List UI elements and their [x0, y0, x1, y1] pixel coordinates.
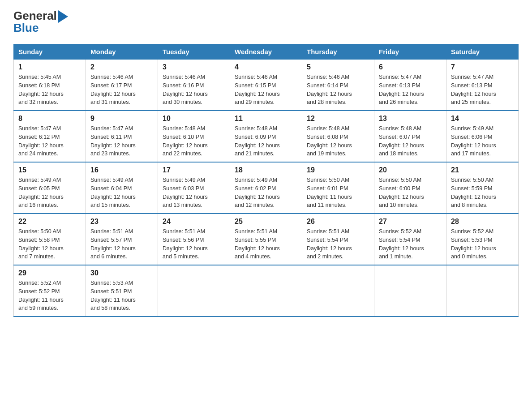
calendar-cell — [374, 265, 446, 317]
day-info: Sunrise: 5:49 AMSunset: 6:03 PMDaylight:… — [163, 177, 208, 208]
calendar-cell: 1 Sunrise: 5:45 AMSunset: 6:18 PMDayligh… — [14, 60, 86, 111]
day-info: Sunrise: 5:48 AMSunset: 6:08 PMDaylight:… — [307, 125, 352, 157]
day-number: 3 — [163, 63, 225, 71]
day-info: Sunrise: 5:50 AMSunset: 5:58 PMDaylight:… — [18, 228, 64, 260]
week-row-2: 8 Sunrise: 5:47 AMSunset: 6:12 PMDayligh… — [14, 111, 519, 162]
logo-blue-b: B — [13, 21, 22, 35]
day-number: 4 — [235, 63, 297, 71]
header-sunday: Sunday — [14, 44, 86, 60]
calendar-cell: 17 Sunrise: 5:49 AMSunset: 6:03 PMDaylig… — [158, 162, 230, 214]
calendar-cell: 27 Sunrise: 5:52 AMSunset: 5:54 PMDaylig… — [374, 214, 446, 265]
day-number: 12 — [307, 115, 369, 123]
day-number: 26 — [307, 218, 369, 226]
day-info: Sunrise: 5:49 AMSunset: 6:04 PMDaylight:… — [90, 177, 136, 208]
logo-blue-rest: lue — [22, 21, 39, 35]
calendar-cell: 13 Sunrise: 5:48 AMSunset: 6:07 PMDaylig… — [374, 111, 446, 162]
calendar-header-row: SundayMondayTuesdayWednesdayThursdayFrid… — [14, 44, 519, 60]
svg-marker-0 — [58, 10, 68, 23]
week-row-4: 22 Sunrise: 5:50 AMSunset: 5:58 PMDaylig… — [14, 214, 519, 265]
calendar-cell: 8 Sunrise: 5:47 AMSunset: 6:12 PMDayligh… — [14, 111, 86, 162]
day-number: 8 — [18, 115, 81, 123]
day-number: 21 — [451, 166, 514, 174]
day-info: Sunrise: 5:47 AMSunset: 6:11 PMDaylight:… — [90, 125, 136, 157]
calendar-cell: 7 Sunrise: 5:47 AMSunset: 6:13 PMDayligh… — [446, 60, 519, 111]
day-info: Sunrise: 5:53 AMSunset: 5:51 PMDaylight:… — [90, 280, 136, 311]
day-number: 7 — [451, 63, 514, 71]
day-number: 5 — [307, 63, 369, 71]
day-info: Sunrise: 5:52 AMSunset: 5:52 PMDaylight:… — [18, 280, 64, 311]
day-number: 17 — [163, 166, 225, 174]
header-monday: Monday — [86, 44, 158, 60]
day-info: Sunrise: 5:47 AMSunset: 6:13 PMDaylight:… — [451, 74, 496, 105]
day-number: 27 — [379, 218, 442, 226]
day-number: 11 — [235, 115, 297, 123]
calendar-cell: 24 Sunrise: 5:51 AMSunset: 5:56 PMDaylig… — [158, 214, 230, 265]
day-number: 28 — [451, 218, 514, 226]
day-number: 25 — [235, 218, 297, 226]
day-info: Sunrise: 5:52 AMSunset: 5:54 PMDaylight:… — [379, 228, 424, 260]
day-number: 6 — [379, 63, 442, 71]
day-number: 14 — [451, 115, 514, 123]
day-number: 13 — [379, 115, 442, 123]
calendar-cell: 19 Sunrise: 5:50 AMSunset: 6:01 PMDaylig… — [302, 162, 374, 214]
day-info: Sunrise: 5:49 AMSunset: 6:05 PMDaylight:… — [18, 177, 64, 208]
calendar-cell: 30 Sunrise: 5:53 AMSunset: 5:51 PMDaylig… — [86, 265, 158, 317]
calendar-cell: 6 Sunrise: 5:47 AMSunset: 6:13 PMDayligh… — [374, 60, 446, 111]
day-number: 9 — [90, 115, 153, 123]
day-info: Sunrise: 5:52 AMSunset: 5:53 PMDaylight:… — [451, 228, 496, 260]
day-number: 15 — [18, 166, 81, 174]
calendar-cell: 23 Sunrise: 5:51 AMSunset: 5:57 PMDaylig… — [86, 214, 158, 265]
day-number: 30 — [90, 269, 153, 277]
day-number: 23 — [90, 218, 153, 226]
day-info: Sunrise: 5:49 AMSunset: 6:06 PMDaylight:… — [451, 125, 496, 157]
week-row-3: 15 Sunrise: 5:49 AMSunset: 6:05 PMDaylig… — [14, 162, 519, 214]
day-info: Sunrise: 5:47 AMSunset: 6:12 PMDaylight:… — [18, 125, 64, 157]
calendar-cell: 16 Sunrise: 5:49 AMSunset: 6:04 PMDaylig… — [86, 162, 158, 214]
header-tuesday: Tuesday — [158, 44, 230, 60]
calendar-cell: 10 Sunrise: 5:48 AMSunset: 6:10 PMDaylig… — [158, 111, 230, 162]
calendar-cell — [230, 265, 302, 317]
day-info: Sunrise: 5:46 AMSunset: 6:17 PMDaylight:… — [90, 74, 136, 105]
calendar-cell: 5 Sunrise: 5:46 AMSunset: 6:14 PMDayligh… — [302, 60, 374, 111]
calendar-cell: 29 Sunrise: 5:52 AMSunset: 5:52 PMDaylig… — [14, 265, 86, 317]
day-number: 1 — [18, 63, 81, 71]
day-number: 10 — [163, 115, 225, 123]
header-thursday: Thursday — [302, 44, 374, 60]
day-info: Sunrise: 5:51 AMSunset: 5:56 PMDaylight:… — [163, 228, 208, 260]
calendar-cell — [158, 265, 230, 317]
day-number: 20 — [379, 166, 442, 174]
calendar-cell: 4 Sunrise: 5:46 AMSunset: 6:15 PMDayligh… — [230, 60, 302, 111]
day-info: Sunrise: 5:50 AMSunset: 6:01 PMDaylight:… — [307, 177, 352, 208]
day-info: Sunrise: 5:48 AMSunset: 6:09 PMDaylight:… — [235, 125, 280, 157]
calendar-table: SundayMondayTuesdayWednesdayThursdayFrid… — [13, 44, 519, 317]
day-number: 18 — [235, 166, 297, 174]
day-number: 22 — [18, 218, 81, 226]
calendar-cell: 15 Sunrise: 5:49 AMSunset: 6:05 PMDaylig… — [14, 162, 86, 214]
calendar-cell: 26 Sunrise: 5:51 AMSunset: 5:54 PMDaylig… — [302, 214, 374, 265]
day-number: 24 — [163, 218, 225, 226]
logo: G eneral B lue — [13, 9, 68, 35]
day-info: Sunrise: 5:46 AMSunset: 6:15 PMDaylight:… — [235, 74, 280, 105]
day-number: 29 — [18, 269, 81, 277]
header-wednesday: Wednesday — [230, 44, 302, 60]
day-number: 2 — [90, 63, 153, 71]
day-info: Sunrise: 5:50 AMSunset: 6:00 PMDaylight:… — [379, 177, 424, 208]
logo-arrow-icon — [58, 10, 68, 23]
day-info: Sunrise: 5:51 AMSunset: 5:55 PMDaylight:… — [235, 228, 280, 260]
calendar-cell: 3 Sunrise: 5:46 AMSunset: 6:16 PMDayligh… — [158, 60, 230, 111]
calendar-cell: 28 Sunrise: 5:52 AMSunset: 5:53 PMDaylig… — [446, 214, 519, 265]
calendar-cell: 25 Sunrise: 5:51 AMSunset: 5:55 PMDaylig… — [230, 214, 302, 265]
day-info: Sunrise: 5:48 AMSunset: 6:07 PMDaylight:… — [379, 125, 424, 157]
page-header: G eneral B lue — [13, 9, 519, 35]
day-info: Sunrise: 5:51 AMSunset: 5:54 PMDaylight:… — [307, 228, 352, 260]
header-friday: Friday — [374, 44, 446, 60]
calendar-cell: 9 Sunrise: 5:47 AMSunset: 6:11 PMDayligh… — [86, 111, 158, 162]
header-saturday: Saturday — [446, 44, 519, 60]
day-info: Sunrise: 5:51 AMSunset: 5:57 PMDaylight:… — [90, 228, 136, 260]
calendar-cell — [446, 265, 519, 317]
calendar-cell: 2 Sunrise: 5:46 AMSunset: 6:17 PMDayligh… — [86, 60, 158, 111]
day-info: Sunrise: 5:49 AMSunset: 6:02 PMDaylight:… — [235, 177, 280, 208]
day-info: Sunrise: 5:46 AMSunset: 6:16 PMDaylight:… — [163, 74, 208, 105]
calendar-cell: 11 Sunrise: 5:48 AMSunset: 6:09 PMDaylig… — [230, 111, 302, 162]
day-info: Sunrise: 5:46 AMSunset: 6:14 PMDaylight:… — [307, 74, 352, 105]
